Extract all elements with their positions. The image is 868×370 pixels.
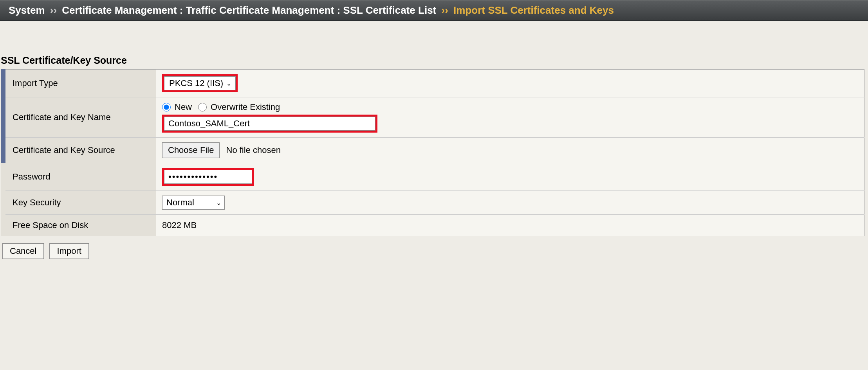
- label-password: Password: [3, 163, 156, 191]
- import-button[interactable]: Import: [49, 243, 88, 259]
- password-input[interactable]: [164, 170, 252, 184]
- label-cert-key-source: Certificate and Key Source: [3, 138, 156, 163]
- cancel-button[interactable]: Cancel: [2, 243, 44, 259]
- chevron-down-icon: ⌄: [226, 80, 231, 87]
- chevron-separator-icon: ››: [439, 4, 451, 16]
- file-chosen-status: No file chosen: [226, 145, 281, 155]
- section-title: SSL Certificate/Key Source: [0, 21, 868, 69]
- breadcrumb-root[interactable]: System: [9, 4, 45, 16]
- label-import-type: Import Type: [3, 70, 156, 97]
- label-cert-key-name: Certificate and Key Name: [3, 97, 156, 138]
- radio-overwrite[interactable]: [198, 103, 207, 111]
- highlight-import-type: PKCS 12 (IIS) ⌄: [162, 74, 238, 92]
- key-security-select[interactable]: Normal ⌄: [162, 196, 225, 210]
- form-table: Import Type PKCS 12 (IIS) ⌄ Certificate …: [1, 69, 864, 236]
- breadcrumb-current: Import SSL Certificates and Keys: [453, 4, 614, 16]
- radio-new-label: New: [175, 102, 192, 112]
- breadcrumb-path[interactable]: Certificate Management : Traffic Certifi…: [62, 4, 436, 16]
- breadcrumb: System ›› Certificate Management : Traff…: [0, 0, 868, 21]
- choose-file-button[interactable]: Choose File: [162, 142, 220, 158]
- chevron-separator-icon: ››: [48, 4, 59, 16]
- import-type-select[interactable]: PKCS 12 (IIS) ⌄: [164, 76, 236, 90]
- highlight-cert-name: [162, 115, 377, 133]
- key-security-value: Normal: [166, 198, 194, 208]
- radio-new[interactable]: [162, 103, 171, 111]
- cert-key-name-input[interactable]: [164, 117, 375, 131]
- radio-overwrite-label: Overwrite Existing: [211, 102, 280, 112]
- label-free-space: Free Space on Disk: [3, 215, 156, 236]
- chevron-down-icon: ⌄: [216, 199, 221, 207]
- import-type-value: PKCS 12 (IIS): [169, 78, 223, 88]
- free-space-value: 8022 MB: [156, 215, 864, 236]
- label-key-security: Key Security: [3, 191, 156, 215]
- highlight-password: [162, 168, 254, 186]
